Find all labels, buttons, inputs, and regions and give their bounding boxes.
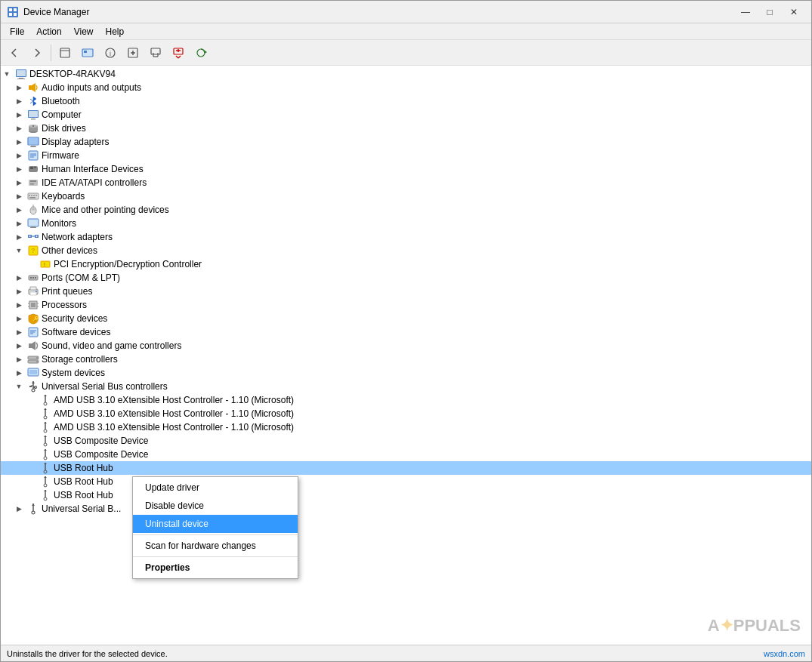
tree-monitors[interactable]: ▶ Monitors xyxy=(1,217,811,230)
tree-root[interactable]: ▼ DESKTOP-4RAKV94 xyxy=(1,67,811,81)
restore-button[interactable]: □ xyxy=(758,5,781,20)
tree-usb-root-3[interactable]: USB Root Hub xyxy=(1,488,811,502)
toolbar-btn-4[interactable] xyxy=(145,42,166,63)
tree-audio[interactable]: ▶ Audio inputs and outputs xyxy=(1,81,811,94)
ctx-separator xyxy=(133,534,298,535)
tree-mice[interactable]: ▶ Mice and other pointing devices xyxy=(1,203,811,217)
usb-icon-2 xyxy=(27,503,39,515)
expand-icon-root[interactable]: ▼ xyxy=(1,68,13,80)
expand-icon-audio[interactable]: ▶ xyxy=(13,82,25,94)
toolbar-uninstall[interactable] xyxy=(168,42,189,63)
tree-usb-controllers-2[interactable]: ▶ Universal Serial B... xyxy=(1,502,811,516)
expand-icon-firmware[interactable]: ▶ xyxy=(13,149,25,162)
toolbar-sep-1 xyxy=(51,45,51,61)
expand-icon-other[interactable]: ▼ xyxy=(13,245,25,257)
firmware-label: Firmware xyxy=(42,150,79,161)
expand-icon-system[interactable]: ▶ xyxy=(13,367,25,379)
tree-sound[interactable]: ▶ Sound, video and game controllers xyxy=(1,339,811,353)
expand-icon-processors[interactable]: ▶ xyxy=(13,299,25,311)
tree-amd-usb-3[interactable]: AMD USB 3.10 eXtensible Host Controller … xyxy=(1,420,811,434)
tree-display[interactable]: ▶ Display adapters xyxy=(1,135,811,149)
ctx-scan-hardware[interactable]: Scan for hardware changes xyxy=(133,537,298,555)
svg-rect-48 xyxy=(34,167,36,168)
tree-hid[interactable]: ▶ Human Interface Devices xyxy=(1,162,811,176)
expand-icon-computer[interactable]: ▶ xyxy=(13,109,25,121)
tree-bluetooth[interactable]: ▶ Bluetooth xyxy=(1,94,811,108)
expand-icon-usb2[interactable]: ▶ xyxy=(13,503,25,515)
tree-security[interactable]: ▶ 🔑 Security devices xyxy=(1,312,811,325)
toolbar-btn-2[interactable] xyxy=(77,42,98,63)
toolbar-btn-1[interactable] xyxy=(54,42,76,63)
tree-ide[interactable]: ▶ IDE ATA/ATAPI controllers xyxy=(1,176,811,189)
toolbar-scan[interactable] xyxy=(190,42,211,63)
network-icon xyxy=(27,231,39,243)
tree-network[interactable]: ▶ Network adapters xyxy=(1,230,811,244)
usb-device-icon-1 xyxy=(39,394,51,406)
expand-icon-storage[interactable]: ▶ xyxy=(13,353,25,365)
toolbar-forward[interactable] xyxy=(26,42,48,63)
svg-marker-24 xyxy=(205,51,207,54)
menu-help[interactable]: Help xyxy=(100,25,131,38)
tree-amd-usb-1[interactable]: AMD USB 3.10 eXtensible Host Controller … xyxy=(1,393,811,407)
svg-marker-121 xyxy=(44,490,47,491)
ctx-properties[interactable]: Properties xyxy=(133,559,298,577)
expand-icon-mice[interactable]: ▶ xyxy=(13,204,25,216)
tree-pci[interactable]: ! PCI Encryption/Decryption Controller xyxy=(1,257,811,271)
tree-firmware[interactable]: ▶ Firmware xyxy=(1,149,811,162)
expand-icon-ports[interactable]: ▶ xyxy=(13,272,25,284)
tree-disk[interactable]: ▶ Disk drives xyxy=(1,122,811,135)
toolbar-back[interactable] xyxy=(4,42,25,63)
close-button[interactable]: ✕ xyxy=(783,5,805,20)
ctx-update-driver[interactable]: Update driver xyxy=(133,479,298,497)
expand-icon-usb[interactable]: ▼ xyxy=(13,380,25,393)
expand-icon-bluetooth[interactable]: ▶ xyxy=(13,95,25,107)
usb-root-3-label: USB Root Hub xyxy=(54,490,113,500)
tree-usb-root-1[interactable]: USB Root Hub xyxy=(1,461,811,475)
tree-ports[interactable]: ▶ Ports (COM & LPT) xyxy=(1,271,811,285)
tree-computer[interactable]: ▶ Computer xyxy=(1,108,811,122)
tree-keyboard[interactable]: ▶ Keyboards xyxy=(1,189,811,203)
tree-usb-composite-2[interactable]: USB Composite Device xyxy=(1,448,811,461)
tree-print[interactable]: ▶ Print queues xyxy=(1,285,811,298)
tree-system[interactable]: ▶ System devices xyxy=(1,366,811,380)
expand-icon-security[interactable]: ▶ xyxy=(13,313,25,325)
expand-icon-keyboard[interactable]: ▶ xyxy=(13,190,25,202)
tree-software[interactable]: ▶ Software devices xyxy=(1,325,811,339)
ctx-disable-device[interactable]: Disable device xyxy=(133,497,298,515)
menu-file[interactable]: File xyxy=(4,25,30,38)
tree-storage[interactable]: ▶ Storage controllers xyxy=(1,353,811,366)
print-label: Print queues xyxy=(42,286,92,297)
tree-usb-root-2[interactable]: USB Root Hub xyxy=(1,475,811,488)
storage-icon xyxy=(27,353,39,365)
svg-marker-30 xyxy=(32,83,36,92)
expand-icon-disk[interactable]: ▶ xyxy=(13,122,25,134)
minimize-button[interactable]: — xyxy=(734,5,757,20)
tree-processors[interactable]: ▶ Processors xyxy=(1,298,811,312)
expand-icon-print[interactable]: ▶ xyxy=(13,285,25,297)
expand-icon-network[interactable]: ▶ xyxy=(13,231,25,243)
ctx-uninstall-device[interactable]: Uninstall device xyxy=(133,515,298,533)
svg-point-81 xyxy=(36,291,37,292)
menu-action[interactable]: Action xyxy=(30,25,67,38)
device-tree[interactable]: ▼ DESKTOP-4RAKV94 ▶ Audio inputs and out… xyxy=(1,66,811,645)
menu-view[interactable]: View xyxy=(68,25,100,38)
tree-amd-usb-2[interactable]: AMD USB 3.10 eXtensible Host Controller … xyxy=(1,407,811,420)
expand-icon-display[interactable]: ▶ xyxy=(13,136,25,148)
expand-icon-ide[interactable]: ▶ xyxy=(13,177,25,189)
expand-icon-hid[interactable]: ▶ xyxy=(13,163,25,175)
tree-usb-controllers[interactable]: ▼ Universal Serial Bus controllers xyxy=(1,380,811,393)
svg-rect-83 xyxy=(31,303,36,307)
svg-rect-56 xyxy=(36,195,37,196)
bluetooth-icon xyxy=(27,95,39,107)
toolbar-btn-3[interactable] xyxy=(122,42,144,63)
expand-icon-software[interactable]: ▶ xyxy=(13,326,25,338)
expand-icon-monitors[interactable]: ▶ xyxy=(13,217,25,229)
toolbar-properties[interactable]: i xyxy=(100,42,121,63)
pci-label: PCI Encryption/Decryption Controller xyxy=(54,259,202,269)
tree-usb-composite-1[interactable]: USB Composite Device xyxy=(1,434,811,448)
svg-text:!: ! xyxy=(44,261,46,268)
tree-other[interactable]: ▼ ? Other devices xyxy=(1,244,811,257)
bluetooth-label: Bluetooth xyxy=(42,96,80,106)
usb-composite-icon-1 xyxy=(39,435,51,447)
expand-icon-sound[interactable]: ▶ xyxy=(13,340,25,352)
